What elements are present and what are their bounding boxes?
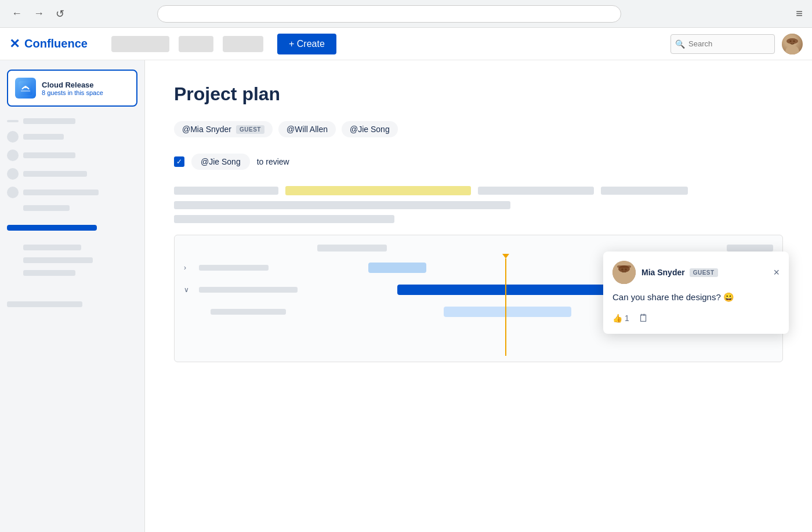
forward-button[interactable]: → xyxy=(31,5,46,22)
comment-header: Mia Snyder GUEST × xyxy=(612,261,780,284)
svg-point-6 xyxy=(24,86,27,88)
url-bar[interactable] xyxy=(157,5,621,23)
header-right: 🔍 xyxy=(670,34,803,54)
space-guests[interactable]: 8 guests in this space xyxy=(42,89,129,96)
user-avatar[interactable] xyxy=(782,34,803,54)
mention-name-jie: @Jie Song xyxy=(350,125,390,134)
space-icon xyxy=(15,78,36,99)
comment-avatar xyxy=(612,261,636,284)
nav-item-3[interactable] xyxy=(223,36,263,52)
comment-user-badge: GUEST xyxy=(690,268,718,277)
content-area: Project plan @Mia Snyder GUEST @Will All… xyxy=(145,60,812,532)
gantt-bar-1 xyxy=(368,263,426,273)
comment-like-button[interactable]: 👍 1 xyxy=(612,314,629,323)
search-icon: 🔍 xyxy=(675,39,685,49)
space-name: Cloud Release xyxy=(42,81,129,89)
task-text: to review xyxy=(257,157,289,166)
sidebar-active-item[interactable] xyxy=(7,225,97,231)
page-title: Project plan xyxy=(174,83,783,105)
comment-actions: 👍 1 🗒 xyxy=(612,312,780,325)
comment-popup: Mia Snyder GUEST × Can you share the des… xyxy=(603,252,789,334)
svg-point-1 xyxy=(785,45,799,54)
mention-row: @Mia Snyder GUEST @Will Allen @Jie Song xyxy=(174,121,783,137)
browser-menu-button[interactable]: ≡ xyxy=(796,7,803,20)
task-mention[interactable]: @Jie Song xyxy=(191,154,250,170)
comment-user-info: Mia Snyder GUEST xyxy=(641,268,718,277)
space-info: Cloud Release 8 guests in this space xyxy=(42,81,129,96)
content-skeleton xyxy=(174,186,783,223)
thumbs-up-icon: 👍 xyxy=(612,314,622,323)
search-input[interactable] xyxy=(670,34,775,54)
main-layout: Cloud Release 8 guests in this space xyxy=(0,60,812,532)
app-header: ✕ Confluence + Create 🔍 xyxy=(0,28,812,60)
logo[interactable]: ✕ Confluence xyxy=(9,37,102,52)
gantt-expand-2[interactable]: ∨ xyxy=(184,286,192,294)
create-button[interactable]: + Create xyxy=(277,34,336,54)
search-wrapper: 🔍 xyxy=(670,34,775,54)
gantt-bar-3 xyxy=(444,307,571,317)
gantt-header-row xyxy=(184,245,773,252)
space-card[interactable]: Cloud Release 8 guests in this space xyxy=(7,70,137,107)
gantt-expand-1[interactable]: › xyxy=(184,264,192,272)
logo-text: Confluence xyxy=(24,37,88,50)
mention-chip-will[interactable]: @Will Allen xyxy=(278,121,336,137)
comment-text: Can you share the designs? 😀 xyxy=(612,291,780,304)
comment-user-name: Mia Snyder xyxy=(641,268,685,277)
task-checkbox[interactable]: ✓ xyxy=(174,156,184,167)
svg-rect-12 xyxy=(617,265,631,268)
task-row: ✓ @Jie Song to review xyxy=(174,154,783,170)
comment-resolve-button[interactable]: 🗒 xyxy=(639,312,649,325)
nav-item-2[interactable] xyxy=(179,36,213,52)
guest-badge-mia: GUEST xyxy=(236,125,264,134)
timeline-marker xyxy=(505,258,506,356)
like-count: 1 xyxy=(625,314,629,323)
gantt-bar-2 xyxy=(397,285,612,295)
svg-rect-4 xyxy=(786,38,798,44)
sidebar-skeleton xyxy=(7,118,137,307)
back-button[interactable]: ← xyxy=(9,5,24,22)
mention-name-will: @Will Allen xyxy=(287,125,328,134)
sidebar: Cloud Release 8 guests in this space xyxy=(0,60,145,532)
confluence-logo-icon: ✕ xyxy=(9,37,20,52)
timeline-marker-arrow xyxy=(502,254,509,258)
mention-chip-jie[interactable]: @Jie Song xyxy=(342,121,398,137)
reload-button[interactable]: ↺ xyxy=(53,5,67,23)
avatar-image xyxy=(782,34,803,54)
nav-item-1[interactable] xyxy=(111,36,169,52)
browser-chrome: ← → ↺ ≡ xyxy=(0,0,812,28)
resolve-icon: 🗒 xyxy=(639,312,649,324)
mention-chip-mia[interactable]: @Mia Snyder GUEST xyxy=(174,121,273,137)
comment-close-button[interactable]: × xyxy=(773,267,780,279)
mention-name-mia: @Mia Snyder xyxy=(182,125,231,134)
